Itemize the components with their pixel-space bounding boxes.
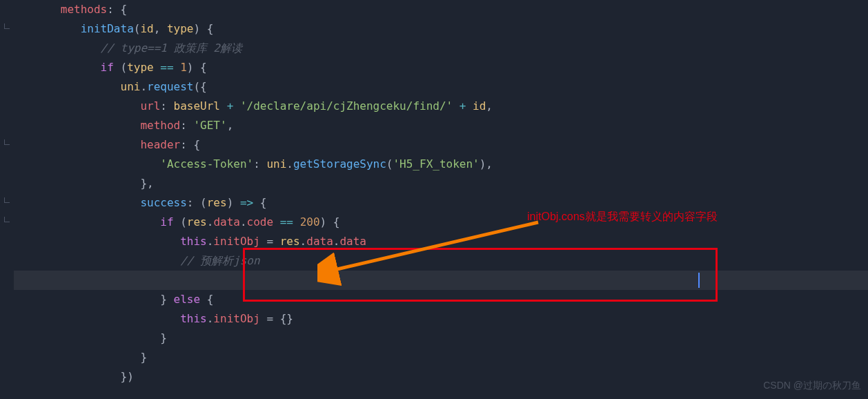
gutter [0, 0, 14, 399]
watermark: CSDN @过期の秋刀鱼 [763, 376, 861, 395]
code-editor[interactable]: methods: { initData(id, type) { // type=… [14, 0, 868, 387]
annotation-text: initObj.cons就是我需要转义的内容字段 [527, 207, 718, 226]
text-cursor [698, 273, 700, 288]
cursor-line-highlight [14, 271, 868, 290]
